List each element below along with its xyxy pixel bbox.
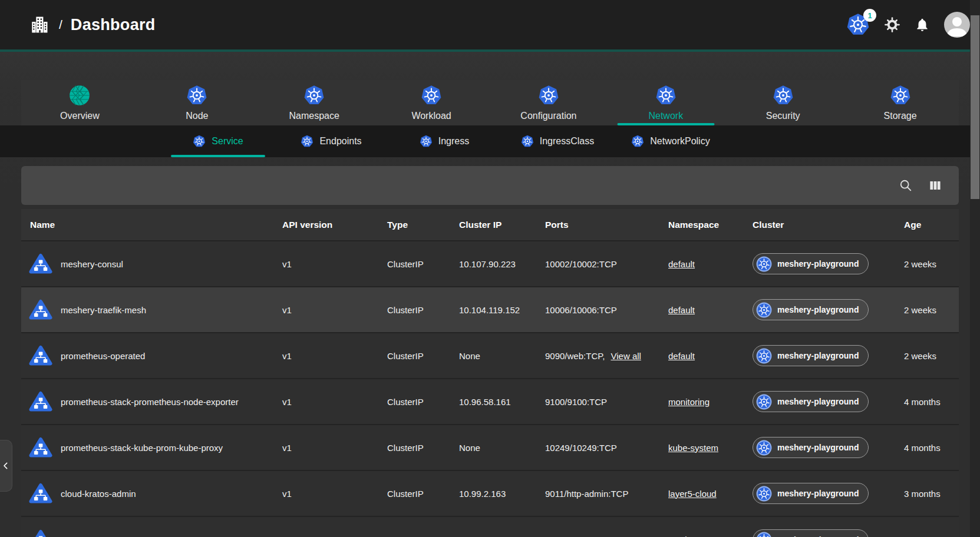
meshery-dashboard-screen: / Dashboard 1 — [0, 0, 980, 537]
organization-icon[interactable] — [29, 15, 50, 35]
cluster-name: meshery-playground — [777, 489, 859, 498]
service-resource-icon — [29, 391, 52, 412]
table-body: meshery-consul v1 ClusterIP 10.107.90.22… — [21, 241, 959, 537]
namespace-cell: layer5-cloud — [668, 470, 753, 516]
breadcrumb-separator: / — [59, 18, 62, 32]
table-row[interactable]: cloud-kratos-admin v1 ClusterIP 10.99.2.… — [21, 470, 959, 516]
subtab-label: Service — [212, 136, 243, 147]
column-header[interactable]: Name — [21, 209, 282, 241]
kubernetes-icon — [421, 85, 442, 106]
tab-node[interactable]: Node — [138, 80, 256, 125]
cluster-cell: meshery-playground — [753, 379, 904, 425]
subtab-networkpolicy[interactable]: NetworkPolicy — [614, 125, 727, 157]
namespace-link[interactable]: layer5-cloud — [668, 489, 717, 499]
name-cell: meshery-traefik-mesh — [21, 287, 282, 333]
ports-cell — [545, 516, 668, 537]
column-header[interactable]: Cluster — [753, 209, 904, 241]
subtab-service[interactable]: Service — [161, 125, 275, 157]
type-cell: ClusterIP — [387, 425, 459, 470]
namespace-link[interactable]: meshery — [668, 535, 702, 537]
cluster-chip[interactable]: meshery-playground — [753, 483, 869, 504]
cluster-chip[interactable]: meshery-playground — [753, 529, 869, 537]
breadcrumb: / Dashboard — [29, 15, 156, 35]
api-version-cell: v1 — [282, 241, 387, 287]
kubernetes-icon — [756, 256, 772, 272]
namespace-link[interactable]: monitoring — [668, 397, 710, 407]
table-header-row: Name API version Type Cluster IP Ports N… — [21, 209, 959, 241]
ports-cell: 9011/http-admin:TCP — [545, 470, 668, 516]
tab-security[interactable]: Security — [724, 80, 842, 125]
namespace-cell: default — [668, 333, 753, 379]
namespace-link[interactable]: kube-system — [668, 443, 718, 453]
page-scrollbar[interactable] — [970, 0, 980, 537]
table-row[interactable]: meshery-consul v1 ClusterIP 10.107.90.22… — [21, 241, 959, 287]
settings-gear-icon[interactable] — [884, 16, 900, 33]
kubernetes-icon — [538, 85, 559, 106]
cluster-name: meshery-playground — [777, 259, 859, 268]
tab-overview[interactable]: Overview — [21, 80, 138, 125]
column-header[interactable]: API version — [282, 209, 387, 241]
name-cell — [21, 516, 282, 537]
service-resource-icon — [29, 529, 52, 537]
cluster-chip[interactable]: meshery-playground — [753, 391, 869, 412]
api-version-cell: v1 — [282, 379, 387, 425]
sub-tabs: Service Endpoints Ingress IngressClass N… — [0, 125, 980, 157]
namespace-link[interactable]: default — [668, 305, 695, 315]
subtab-ingress[interactable]: Ingress — [388, 125, 501, 157]
service-resource-icon — [29, 345, 52, 366]
tab-network[interactable]: Network — [607, 80, 724, 125]
api-version-cell: v1 — [282, 287, 387, 333]
column-header[interactable]: Ports — [545, 209, 668, 241]
column-header[interactable]: Namespace — [668, 209, 753, 241]
page-title: Dashboard — [71, 16, 156, 34]
cluster-name: meshery-playground — [777, 443, 859, 452]
age-cell: 3 months — [904, 470, 959, 516]
cluster-ip-cell: 10.96.58.161 — [459, 379, 545, 425]
cluster-chip[interactable]: meshery-playground — [753, 345, 869, 366]
tab-workload[interactable]: Workload — [373, 80, 490, 125]
sidebar-collapse-handle[interactable] — [0, 440, 12, 492]
api-version-cell: v1 — [282, 425, 387, 470]
notifications-bell-icon[interactable] — [915, 17, 930, 32]
subtab-label: IngressClass — [540, 136, 594, 147]
table-row[interactable]: prometheus-stack-prometheus-node-exporte… — [21, 379, 959, 425]
tab-configuration[interactable]: Configuration — [490, 80, 608, 125]
tab-storage[interactable]: Storage — [842, 80, 959, 125]
column-header[interactable]: Cluster IP — [459, 209, 545, 241]
table-row[interactable]: prometheus-operated v1 ClusterIP None 90… — [21, 333, 959, 379]
api-version-cell: v1 — [282, 470, 387, 516]
ports-cell: 9100/9100:TCP — [545, 379, 668, 425]
table-row[interactable]: meshery meshery-playground — [21, 516, 959, 537]
kubernetes-icon — [756, 348, 772, 364]
view-all-ports-link[interactable]: View all — [611, 351, 641, 361]
subtab-ingressclass[interactable]: IngressClass — [501, 125, 614, 157]
cluster-ip-cell: 10.107.90.223 — [459, 241, 545, 287]
ports-cell: 10249/10249:TCP — [545, 425, 668, 470]
namespace-link[interactable]: default — [668, 351, 695, 361]
cluster-chip[interactable]: meshery-playground — [753, 437, 869, 458]
namespace-link[interactable]: default — [668, 259, 695, 269]
search-icon[interactable] — [899, 178, 913, 193]
age-cell: 2 weeks — [904, 333, 959, 379]
services-table: Name API version Type Cluster IP Ports N… — [21, 209, 959, 537]
scrollbar-thumb[interactable] — [971, 15, 979, 199]
cluster-context-switcher[interactable]: 1 — [846, 13, 870, 37]
cluster-chip[interactable]: meshery-playground — [753, 299, 869, 320]
tab-label: Workload — [411, 111, 451, 121]
namespace-cell: default — [668, 241, 753, 287]
tab-namespace[interactable]: Namespace — [256, 80, 373, 125]
subtab-label: NetworkPolicy — [650, 136, 710, 147]
table-row[interactable]: prometheus-stack-kube-prom-kube-proxy v1… — [21, 425, 959, 470]
view-columns-icon[interactable] — [928, 178, 942, 193]
kubernetes-icon — [756, 440, 772, 456]
api-version-cell — [282, 516, 387, 537]
cluster-ip-cell: 10.104.119.152 — [459, 287, 545, 333]
column-header[interactable]: Age — [904, 209, 959, 241]
column-header[interactable]: Type — [387, 209, 459, 241]
cluster-chip[interactable]: meshery-playground — [753, 253, 869, 274]
subtab-label: Ingress — [438, 136, 469, 147]
kubernetes-icon — [756, 532, 772, 537]
user-avatar[interactable] — [944, 12, 970, 38]
table-row[interactable]: meshery-traefik-mesh v1 ClusterIP 10.104… — [21, 287, 959, 333]
subtab-endpoints[interactable]: Endpoints — [275, 125, 388, 157]
